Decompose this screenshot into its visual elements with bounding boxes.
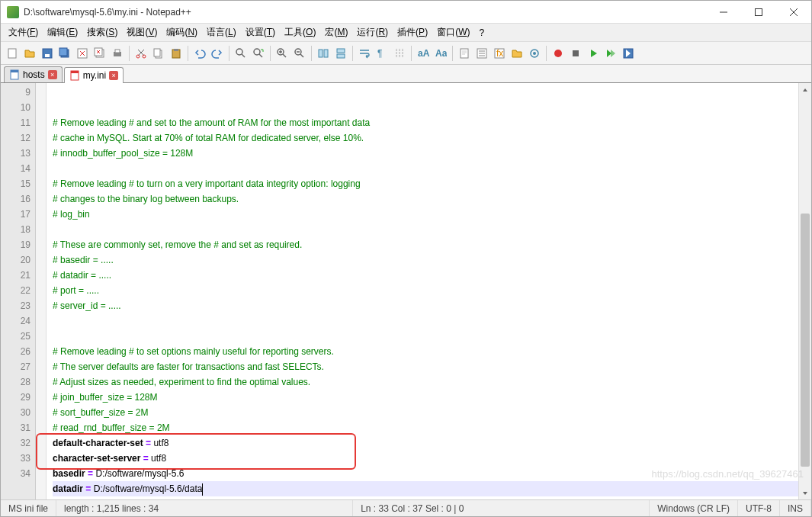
menu-run[interactable]: 运行(R) [352, 24, 393, 41]
code-line-15[interactable]: # log_bin [53, 207, 798, 222]
code-line-12[interactable] [53, 161, 798, 176]
svg-rect-22 [324, 50, 328, 57]
menu-help[interactable]: ? [474, 25, 489, 40]
code-line-11[interactable]: # innodb_buffer_pool_size = 128M [53, 146, 798, 161]
code-line-34[interactable] [53, 496, 798, 499]
status-encoding[interactable]: UTF-8 [738, 500, 780, 516]
code-line-32[interactable]: basedir = D:/software/mysql-5.6 [53, 466, 798, 481]
scroll-up-button[interactable] [799, 83, 811, 96]
save-icon[interactable] [39, 45, 56, 62]
func-list-icon[interactable]: fx [491, 45, 508, 62]
undo-icon[interactable] [191, 45, 208, 62]
redo-icon[interactable] [209, 45, 226, 62]
menu-window2[interactable]: 窗口(W) [432, 24, 474, 41]
code-line-29[interactable]: # read_rnd_buffer_size = 2M [53, 420, 798, 435]
wordwrap-icon[interactable] [356, 45, 373, 62]
code-line-33[interactable]: datadir = D:/software/mysql-5.6/data [53, 481, 798, 496]
menu-encoding[interactable]: 编码(N) [162, 24, 202, 41]
code-line-21[interactable]: # server_id = ..... [53, 298, 798, 313]
code-line-22[interactable] [53, 313, 798, 329]
scroll-down-button[interactable] [799, 486, 811, 499]
indent-guide-icon[interactable] [391, 45, 408, 62]
lcase-icon[interactable]: Aa [432, 45, 449, 62]
menu-view[interactable]: 视图(V) [122, 24, 162, 41]
status-eol[interactable]: Windows (CR LF) [650, 500, 738, 516]
menu-macro[interactable]: 宏(M) [320, 24, 352, 41]
close-all-icon[interactable] [91, 45, 108, 62]
save-macro-icon[interactable] [620, 45, 637, 62]
svg-point-18 [254, 49, 260, 55]
menu-plugins[interactable]: 插件(P) [393, 24, 432, 41]
code-line-17[interactable]: # These are commonly set, remove the # a… [53, 237, 798, 252]
scroll-thumb[interactable] [801, 214, 810, 467]
print-icon[interactable] [109, 45, 126, 62]
code-line-19[interactable]: # datadir = ..... [53, 268, 798, 283]
svg-rect-0 [756, 8, 762, 15]
tab-hosts[interactable]: hosts× [4, 66, 63, 82]
maximize-button[interactable] [741, 1, 776, 24]
code-line-20[interactable]: # port = ..... [53, 283, 798, 298]
menu-language[interactable]: 语言(L) [202, 24, 241, 41]
monitor-icon[interactable] [526, 45, 543, 62]
menu-settings[interactable]: 设置(T) [241, 24, 280, 41]
menu-tools[interactable]: 工具(O) [280, 24, 320, 41]
record-icon[interactable] [550, 45, 566, 62]
play-icon[interactable] [585, 45, 602, 62]
code-line-26[interactable]: # Adjust sizes as needed, experiment to … [53, 374, 798, 390]
svg-rect-5 [59, 48, 67, 56]
status-insert-mode[interactable]: INS [780, 500, 811, 516]
code-area[interactable]: # Remove leading # and set to the amount… [47, 83, 798, 499]
code-line-18[interactable]: # basedir = ..... [53, 252, 798, 268]
ucase-icon[interactable]: aA [415, 45, 432, 62]
paste-icon[interactable] [168, 45, 185, 62]
svg-text:fx: fx [496, 48, 503, 59]
replace-icon[interactable] [250, 45, 267, 62]
close-file-icon[interactable] [74, 45, 91, 62]
svg-rect-35 [573, 50, 579, 56]
zoom-out-icon[interactable] [291, 45, 308, 62]
code-line-16[interactable] [53, 222, 798, 237]
code-line-31[interactable]: character-set-server = utf8 [53, 451, 798, 466]
tab-close-icon[interactable]: × [109, 71, 118, 80]
code-line-28[interactable]: # sort_buffer_size = 2M [53, 405, 798, 420]
file-icon [69, 70, 80, 81]
menu-edit[interactable]: 编辑(E) [43, 24, 82, 41]
doc-map-icon[interactable] [456, 45, 473, 62]
svg-rect-10 [115, 50, 120, 53]
tab-label: hosts [23, 69, 45, 80]
tab-close-icon[interactable]: × [48, 70, 57, 79]
sync-v-icon[interactable] [315, 45, 332, 62]
vertical-scrollbar[interactable] [798, 83, 811, 499]
find-icon[interactable] [233, 45, 249, 62]
save-all-icon[interactable] [56, 45, 73, 62]
folder-panel-icon[interactable] [509, 45, 525, 62]
code-line-9[interactable]: # Remove leading # and set to the amount… [53, 115, 798, 130]
code-line-13[interactable]: # Remove leading # to turn on a very imp… [53, 176, 798, 191]
cut-icon[interactable] [133, 45, 149, 62]
fold-column[interactable] [36, 83, 47, 499]
menu-file[interactable]: 文件(F) [4, 24, 43, 41]
sync-h-icon[interactable] [332, 45, 349, 62]
code-line-30[interactable]: default-character-set = utf8 [53, 435, 798, 451]
tab-my-ini[interactable]: my.ini× [64, 67, 124, 83]
doc-list-icon[interactable] [473, 45, 490, 62]
close-button[interactable] [776, 1, 811, 24]
open-file-icon[interactable] [21, 45, 38, 62]
code-line-10[interactable]: # cache in MySQL. Start at 70% of total … [53, 130, 798, 146]
code-line-23[interactable] [53, 329, 798, 344]
zoom-in-icon[interactable] [274, 45, 290, 62]
copy-icon[interactable] [150, 45, 167, 62]
svg-rect-21 [319, 50, 323, 57]
code-line-25[interactable]: # The server defaults are faster for tra… [53, 359, 798, 374]
code-line-24[interactable]: # Remove leading # to set options mainly… [53, 344, 798, 359]
menu-search[interactable]: 搜索(S) [82, 24, 122, 41]
whitespace-icon[interactable]: ¶ [374, 45, 390, 62]
svg-text:Aa: Aa [435, 48, 447, 59]
new-file-icon[interactable] [4, 45, 21, 62]
code-line-14[interactable]: # changes to the binary log between back… [53, 191, 798, 207]
line-number-gutter[interactable]: 9101112131415161718192021222324252627282… [1, 83, 36, 499]
stop-icon[interactable] [567, 45, 584, 62]
code-line-27[interactable]: # join_buffer_size = 128M [53, 390, 798, 405]
play-multi-icon[interactable] [602, 45, 619, 62]
minimize-button[interactable] [706, 1, 741, 24]
